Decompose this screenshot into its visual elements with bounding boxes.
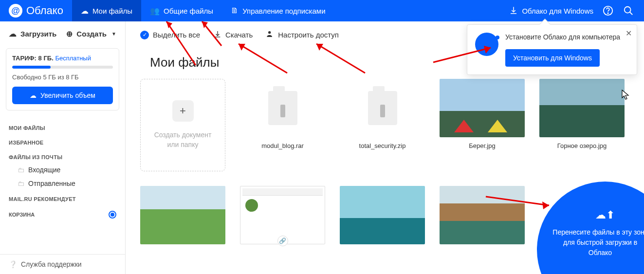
plus-circle-icon: ⊕ (66, 29, 73, 38)
file-tile[interactable]: modul_blog.rar (240, 79, 325, 171)
svg-point-3 (268, 31, 271, 34)
close-icon[interactable]: ✕ (626, 29, 632, 38)
file-tile[interactable]: Горное озеро.jpg (539, 79, 625, 171)
storage-free-text: Свободно 5 ГБ из 8 ГБ (12, 73, 113, 81)
download-button[interactable]: Скачать (214, 30, 253, 39)
download-icon (214, 30, 221, 39)
install-popup: ✕ Установите Облако для компьютера Устан… (467, 24, 637, 75)
tariff-title: ТАРИФ: 8 ГБ. Бесплатный (12, 55, 113, 62)
sidebar-section-recommend[interactable]: MAIL.RU РЕКОМЕНДУЕТ (0, 190, 125, 205)
toolbar-label: Настроить доступ (278, 31, 339, 39)
create-label: Создать (76, 30, 107, 38)
logo[interactable]: @ Облако (0, 4, 72, 18)
support-label: Служба поддержки (21, 260, 82, 268)
cloud-icon: ☁ (81, 6, 89, 16)
archive-icon (340, 79, 425, 137)
app-logo-icon (475, 33, 498, 56)
tab-label: Управление подписками (242, 7, 325, 15)
folder-icon: 🗀 (18, 180, 24, 187)
toolbar-label: Выделить все (153, 31, 200, 39)
create-button[interactable]: ⊕ Создать ▼ (66, 29, 116, 38)
tariff-size: 8 ГБ. (38, 55, 54, 62)
tab-label: Мои файлы (92, 7, 132, 15)
image-thumb (140, 186, 225, 244)
sidebar-section-favorites[interactable]: ИЗБРАННОЕ (0, 134, 125, 148)
file-tile[interactable] (340, 186, 425, 244)
popup-text: Установите Облако для компьютера (505, 33, 629, 42)
folder-icon: 🗀 (18, 166, 24, 174)
header-right: Облако для Windows (509, 5, 644, 17)
file-tile[interactable]: 🔗 (240, 186, 325, 244)
people-icon: 👥 (150, 6, 160, 16)
sidebar-item-label: Отправленные (28, 180, 75, 187)
create-text: Создать документ или папку (154, 130, 212, 149)
tariff-card: ТАРИФ: 8 ГБ. Бесплатный Свободно 5 ГБ из… (6, 48, 119, 110)
sidebar-nav: МОИ ФАЙЛЫ ИЗБРАННОЕ ФАЙЛЫ ИЗ ПОЧТЫ 🗀 Вхо… (0, 116, 125, 254)
svg-point-1 (607, 13, 608, 13)
sidebar-section-myfiles[interactable]: МОИ ФАЙЛЫ (0, 119, 125, 134)
search-icon[interactable] (623, 5, 634, 17)
file-tile[interactable]: total_security.zip (340, 79, 425, 171)
image-thumb (440, 79, 525, 137)
plus-icon: + (172, 100, 194, 122)
chevron-down-icon: ▼ (111, 31, 116, 37)
tab-my-files[interactable]: ☁ Мои файлы (72, 0, 141, 21)
sidebar: ☁ Загрузить ⊕ Создать ▼ ТАРИФ: 8 ГБ. Бес… (0, 21, 126, 274)
create-tile[interactable]: + Создать документ или папку (140, 79, 225, 171)
file-tile[interactable] (140, 186, 225, 244)
sidebar-section-trash[interactable]: КОРЗИНА (0, 205, 125, 224)
dropzone-text: Перенесите файлы в эту зону для быстрой … (537, 227, 644, 258)
download-icon (509, 6, 518, 16)
svg-point-2 (625, 7, 631, 13)
billing-icon: 🗎 (231, 6, 239, 15)
increase-storage-button[interactable]: ☁ Увеличить объем (12, 87, 113, 104)
top-header: @ Облако ☁ Мои файлы 👥 Общие файлы 🗎 Упр… (0, 0, 644, 21)
check-circle-icon: ✓ (140, 31, 149, 39)
image-thumb (440, 186, 525, 244)
brand-name: Облако (26, 4, 63, 17)
trash-indicator-icon (109, 211, 116, 219)
file-name: total_security.zip (359, 142, 406, 149)
help-circle-icon: ❔ (9, 260, 17, 268)
tab-subscriptions[interactable]: 🗎 Управление подписками (222, 0, 334, 21)
archive-icon (240, 79, 325, 137)
file-tile[interactable]: Берег.jpg (440, 79, 525, 171)
image-thumb (539, 79, 625, 137)
install-windows-button[interactable]: Установить для Windows (505, 49, 600, 67)
share-access-button[interactable]: Настроить доступ (266, 30, 339, 39)
cloud-up-icon: ☁ (9, 29, 17, 38)
nav-tabs: ☁ Мои файлы 👥 Общие файлы 🗎 Управление п… (72, 0, 334, 21)
file-name: Берег.jpg (469, 142, 495, 149)
sidebar-actions: ☁ Загрузить ⊕ Создать ▼ (0, 21, 125, 44)
at-icon: @ (9, 4, 22, 18)
cloud-icon: ☁ (30, 91, 37, 99)
sidebar-section-mailfiles[interactable]: ФАЙЛЫ ИЗ ПОЧТЫ (0, 148, 125, 163)
toolbar-label: Скачать (225, 31, 253, 39)
sidebar-item-inbox[interactable]: 🗀 Входящие (0, 163, 125, 177)
tariff-label: ТАРИФ: (12, 55, 37, 62)
tab-label: Общие файлы (164, 7, 213, 15)
tab-shared[interactable]: 👥 Общие файлы (141, 0, 222, 21)
sidebar-item-sent[interactable]: 🗀 Отправленные (0, 177, 125, 190)
tariff-plan-link[interactable]: Бесплатный (55, 55, 91, 62)
sidebar-item-label: Входящие (28, 166, 60, 174)
link-label: Облако для Windows (522, 7, 593, 15)
create-line1: Создать документ (154, 130, 212, 140)
file-tile[interactable] (440, 186, 525, 244)
support-link[interactable]: ❔ Служба поддержки (0, 254, 125, 274)
create-line2: или папку (154, 140, 212, 150)
cloud-for-windows-link[interactable]: Облако для Windows (509, 6, 593, 16)
button-label: Увеличить объем (40, 91, 95, 99)
file-name: Горное озеро.jpg (557, 142, 607, 149)
cloud-upload-icon: ☁⬆ (595, 209, 615, 221)
shared-link-icon: 🔗 (277, 236, 288, 246)
storage-bar-fill (12, 66, 51, 69)
upload-button[interactable]: ☁ Загрузить (9, 29, 56, 38)
image-thumb (340, 186, 425, 244)
upload-label: Загрузить (20, 30, 56, 38)
trash-label: КОРЗИНА (9, 212, 35, 218)
popup-body: Установите Облако для компьютера Установ… (505, 33, 629, 67)
help-icon[interactable] (602, 5, 614, 17)
file-name: modul_blog.rar (261, 142, 304, 149)
select-all-button[interactable]: ✓ Выделить все (140, 31, 200, 39)
